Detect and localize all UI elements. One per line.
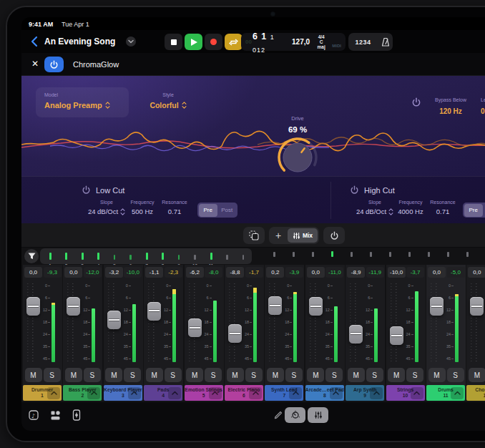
mute-button[interactable]: M — [267, 368, 284, 382]
mute-button[interactable]: M — [186, 368, 203, 382]
solo-button[interactable]: S — [44, 368, 61, 382]
fader-handle[interactable] — [470, 297, 484, 316]
solo-button[interactable]: S — [406, 368, 423, 382]
fader-handle[interactable] — [309, 297, 323, 316]
filter-button[interactable] — [24, 249, 39, 263]
track-name-tile[interactable]: Arcade…eet Pad 8 — [305, 385, 344, 401]
play-button[interactable] — [185, 34, 202, 50]
solo-button[interactable]: S — [205, 368, 222, 382]
mute-button[interactable]: M — [348, 368, 365, 382]
solo-button[interactable]: S — [245, 368, 263, 382]
metronome-button[interactable] — [381, 37, 391, 47]
cycle-button[interactable] — [225, 34, 242, 50]
song-title[interactable]: An Evening Song — [44, 36, 115, 47]
expand-track-button[interactable] — [370, 387, 383, 399]
fader-handle[interactable] — [349, 325, 363, 344]
track-name-tile[interactable]: Drums 11 — [426, 385, 465, 401]
mute-button[interactable]: M — [428, 368, 446, 382]
chevron-down-icon[interactable] — [126, 36, 136, 47]
post-button[interactable]: Post — [217, 204, 237, 217]
fader-handle[interactable] — [107, 311, 121, 329]
mixer-power-button[interactable] — [323, 227, 345, 244]
solo-button[interactable]: S — [285, 368, 303, 382]
mute-button[interactable]: M — [65, 368, 82, 382]
volume-readout[interactable]: 0,0 — [24, 267, 42, 278]
volume-readout[interactable]: -3,2 — [105, 267, 123, 278]
volume-readout[interactable]: -8,9 — [347, 267, 365, 278]
expand-track-button[interactable] — [47, 387, 60, 399]
drive-knob[interactable] — [275, 135, 320, 180]
low-cut-resonance[interactable]: Resonance 0.71 — [156, 200, 193, 215]
style-value[interactable]: Colorful — [136, 101, 200, 109]
solo-button[interactable]: S — [165, 368, 182, 382]
controls-view-button[interactable] — [285, 407, 305, 423]
track-name-tile[interactable]: Electric Piano 6 — [225, 385, 263, 401]
expand-track-button[interactable] — [289, 387, 302, 399]
expand-track-button[interactable] — [168, 387, 181, 399]
mute-button[interactable]: M — [227, 368, 244, 382]
expand-track-button[interactable] — [330, 387, 343, 399]
model-value[interactable]: Analog Preamp — [44, 101, 110, 109]
details-button[interactable] — [70, 409, 83, 422]
fader-handle[interactable] — [390, 326, 403, 345]
mix-view-button[interactable]: Mix — [288, 228, 318, 243]
mute-button[interactable]: M — [307, 368, 324, 382]
mixer-view-button[interactable] — [308, 407, 328, 423]
style-selector[interactable]: Style Colorful — [136, 87, 200, 117]
volume-readout[interactable]: 0,0 — [428, 267, 446, 278]
track-name-tile[interactable]: Emotion Strings 5 — [185, 385, 223, 401]
track-name-tile[interactable]: Chorus V 12 — [466, 385, 485, 401]
fader-handle[interactable] — [147, 302, 161, 321]
record-button[interactable] — [205, 34, 222, 50]
pre-button[interactable]: Pre — [199, 204, 218, 217]
level-control[interactable]: Level 0.0 — [481, 92, 485, 115]
volume-readout[interactable]: -1,1 — [145, 267, 163, 278]
high-cut-power-button[interactable] — [350, 185, 359, 195]
mute-button[interactable]: M — [25, 368, 42, 382]
duplicate-button[interactable] — [243, 227, 265, 244]
track-name-tile[interactable]: Keyboard Player 3 — [104, 385, 142, 401]
low-cut-power-button[interactable] — [82, 185, 91, 195]
mute-button[interactable]: M — [105, 368, 122, 382]
bypass-power-button[interactable] — [411, 97, 421, 107]
back-button[interactable] — [30, 36, 39, 47]
expand-track-button[interactable] — [128, 387, 141, 399]
volume-readout[interactable]: 0,0 — [307, 267, 325, 278]
volume-readout[interactable]: -6,2 — [186, 267, 204, 278]
pre-button[interactable]: Pre — [464, 204, 484, 217]
count-in-button[interactable]: 1234 — [351, 38, 375, 47]
solo-button[interactable]: S — [447, 368, 464, 382]
expand-track-button[interactable] — [411, 387, 423, 399]
solo-button[interactable]: S — [366, 368, 383, 382]
close-icon[interactable]: ✕ — [31, 59, 39, 69]
bypass-below-control[interactable]: Bypass Below 120 Hz — [426, 92, 476, 115]
expand-track-button[interactable] — [209, 387, 222, 399]
fader-handle[interactable] — [228, 324, 242, 343]
visible-tracks-window[interactable]: 1234567891011 — [40, 248, 252, 264]
track-name-tile[interactable]: Strings 10 — [386, 385, 425, 401]
loop-browser-button[interactable]: ♪ — [27, 409, 40, 422]
track-name-tile[interactable]: Bass Player 2 — [63, 385, 102, 401]
volume-readout[interactable]: -8,8 — [226, 267, 244, 278]
solo-button[interactable]: S — [84, 368, 101, 382]
model-selector[interactable]: Model Analog Preamp — [36, 87, 129, 117]
edit-button[interactable] — [272, 409, 285, 422]
solo-button[interactable]: S — [325, 368, 343, 382]
high-cut-resonance[interactable]: Resonance 0.71 — [424, 200, 461, 215]
volume-readout[interactable]: 0,2 — [266, 267, 284, 278]
plugin-power-button[interactable] — [44, 57, 64, 72]
track-name-tile[interactable]: Pads 4 — [144, 385, 182, 401]
expand-track-button[interactable] — [451, 387, 464, 399]
fader-handle[interactable] — [268, 296, 282, 315]
volume-readout[interactable]: 0,0 — [64, 267, 82, 278]
track-name-tile[interactable]: Synth Lead 7 — [265, 385, 303, 401]
expand-track-button[interactable] — [249, 387, 262, 399]
fader-handle[interactable] — [430, 297, 444, 316]
volume-readout[interactable]: 0,0 — [468, 267, 485, 278]
fader-handle[interactable] — [67, 297, 80, 316]
mute-button[interactable]: M — [146, 368, 163, 382]
solo-button[interactable]: S — [124, 368, 141, 382]
lcd-display[interactable]: 00 6 1 1 012 127,0 4/4 C maj MIDI — [241, 33, 346, 51]
mute-button[interactable]: M — [469, 368, 485, 382]
browser-button[interactable] — [49, 409, 62, 422]
